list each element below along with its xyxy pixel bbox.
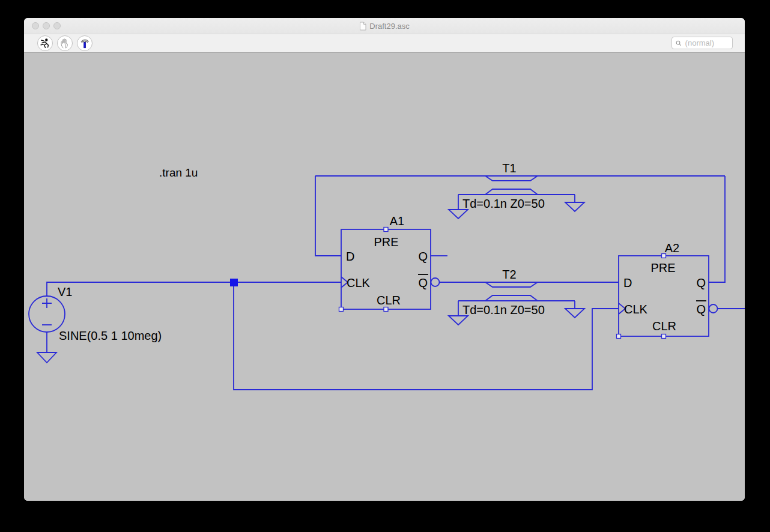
wires: [47, 176, 745, 390]
fullscreen-button[interactable]: [53, 22, 61, 29]
search-field[interactable]: [671, 37, 733, 49]
a1-refdes[interactable]: A1: [390, 214, 404, 228]
flipflop-a2[interactable]: A2 PRE D CLK Q Q CLR: [617, 241, 718, 339]
a2-pin-label-pre: PRE: [650, 261, 675, 274]
a1-pin-label-pre: PRE: [374, 235, 398, 249]
a1-pin-label-clr: CLR: [377, 294, 401, 307]
ground-symbol-t1-right[interactable]: [565, 202, 584, 211]
close-button[interactable]: [32, 22, 39, 29]
a1-qbar-bubble: [431, 278, 440, 286]
a1-clr-pin-marker[interactable]: [384, 307, 388, 312]
t1-refdes[interactable]: T1: [502, 162, 516, 175]
window-title: Draft29.asc: [369, 22, 409, 31]
ground-symbol-t2-left[interactable]: [449, 316, 468, 325]
a2-corner-pin-marker[interactable]: [617, 334, 621, 339]
hand-icon: [59, 37, 71, 49]
v1-refdes[interactable]: V1: [58, 285, 72, 298]
t2-params[interactable]: Td=0.1n Z0=50: [462, 303, 545, 316]
titlebar[interactable]: Draft29.asc: [24, 18, 745, 34]
a2-pin-label-d: D: [623, 276, 632, 289]
v1-value[interactable]: SINE(0.5 1 10meg): [59, 329, 162, 342]
running-man-icon: [39, 37, 51, 49]
halt-button[interactable]: [57, 35, 73, 51]
a2-pin-label-clr: CLR: [652, 319, 676, 333]
t2-top-plate: [485, 282, 538, 287]
minimize-button[interactable]: [43, 22, 50, 29]
a2-refdes[interactable]: A2: [665, 241, 679, 255]
a1-pin-label-qbar: Q: [418, 276, 428, 289]
a2-pin-label-q: Q: [696, 276, 706, 289]
a1-corner-pin-marker[interactable]: [339, 307, 344, 312]
a2-qbar-bubble: [709, 304, 718, 313]
ground-symbol-v1[interactable]: [37, 352, 56, 363]
a2-clr-pin-marker[interactable]: [662, 334, 666, 339]
a1-pin-label-d: D: [346, 250, 354, 263]
run-button[interactable]: [37, 35, 53, 51]
tline-t1[interactable]: T1 Td=0.1n Z0=50: [449, 162, 584, 219]
search-input[interactable]: [684, 38, 729, 48]
wire-t1-right-to-a2-q[interactable]: [709, 176, 725, 282]
t1-bottom-plate: [485, 189, 538, 195]
magnifier-icon: [676, 40, 682, 47]
flipflop-a1[interactable]: A1 PRE D CLK Q Q CLR: [339, 214, 440, 312]
wire-feedback-to-a2-clk[interactable]: [234, 282, 619, 390]
document-icon: [359, 22, 366, 31]
title-area: Draft29.asc: [359, 22, 409, 31]
traffic-lights: [32, 18, 61, 34]
a1-pre-pin-marker[interactable]: [384, 228, 388, 232]
v1-plus-sign: [42, 298, 52, 308]
wire-v1-to-a1-clk[interactable]: [47, 282, 341, 296]
control-panel-button[interactable]: [77, 35, 92, 51]
ltspice-window: Draft29.asc: [24, 18, 745, 501]
desktop: Draft29.asc: [0, 0, 770, 532]
schematic: .tran 1u V1 SINE(0.5 1 10meg): [24, 53, 745, 501]
ground-symbol-t2-right[interactable]: [565, 309, 584, 318]
wire-t1-left-to-a1-d[interactable]: [315, 176, 341, 256]
a1-pin-label-q: Q: [418, 250, 428, 263]
ground-symbol-t1-left[interactable]: [449, 210, 468, 219]
hammer-icon: [79, 37, 91, 49]
a2-pin-label-qbar: Q: [696, 303, 706, 316]
t2-refdes[interactable]: T2: [502, 268, 516, 281]
voltage-source-v1[interactable]: V1 SINE(0.5 1 10meg): [29, 285, 162, 342]
toolbar: [24, 34, 745, 53]
wire-junction[interactable]: [230, 279, 238, 286]
a2-pin-label-clk: CLK: [624, 303, 648, 316]
tline-t2[interactable]: T2 Td=0.1n Z0=50: [449, 268, 584, 325]
schematic-canvas[interactable]: .tran 1u V1 SINE(0.5 1 10meg): [24, 53, 745, 501]
t1-params[interactable]: Td=0.1n Z0=50: [462, 197, 545, 210]
a1-pin-label-clk: CLK: [347, 276, 371, 289]
spice-directive[interactable]: .tran 1u: [159, 166, 198, 179]
t1-top-plate: [485, 176, 538, 181]
t2-bottom-plate: [485, 295, 538, 301]
